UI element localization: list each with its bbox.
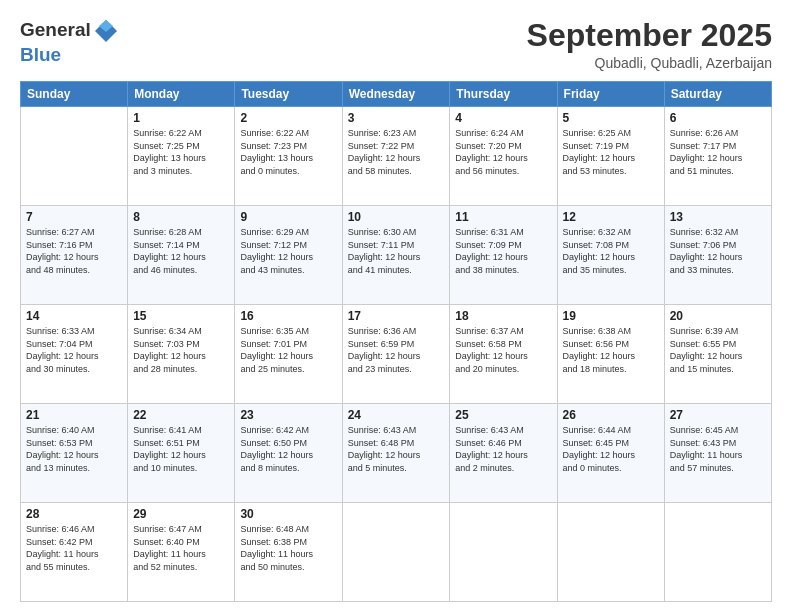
col-monday: Monday xyxy=(128,82,235,107)
col-wednesday: Wednesday xyxy=(342,82,450,107)
logo-icon xyxy=(93,18,119,44)
day-info: Sunrise: 6:23 AM Sunset: 7:22 PM Dayligh… xyxy=(348,127,445,177)
table-row: 13Sunrise: 6:32 AM Sunset: 7:06 PM Dayli… xyxy=(664,206,771,305)
day-number: 18 xyxy=(455,309,551,323)
day-info: Sunrise: 6:47 AM Sunset: 6:40 PM Dayligh… xyxy=(133,523,229,573)
day-info: Sunrise: 6:32 AM Sunset: 7:08 PM Dayligh… xyxy=(563,226,659,276)
day-number: 1 xyxy=(133,111,229,125)
day-number: 27 xyxy=(670,408,766,422)
table-row: 30Sunrise: 6:48 AM Sunset: 6:38 PM Dayli… xyxy=(235,503,342,602)
day-info: Sunrise: 6:48 AM Sunset: 6:38 PM Dayligh… xyxy=(240,523,336,573)
day-info: Sunrise: 6:37 AM Sunset: 6:58 PM Dayligh… xyxy=(455,325,551,375)
day-number: 25 xyxy=(455,408,551,422)
calendar-header-row: Sunday Monday Tuesday Wednesday Thursday… xyxy=(21,82,772,107)
day-number: 30 xyxy=(240,507,336,521)
table-row: 18Sunrise: 6:37 AM Sunset: 6:58 PM Dayli… xyxy=(450,305,557,404)
table-row: 10Sunrise: 6:30 AM Sunset: 7:11 PM Dayli… xyxy=(342,206,450,305)
col-friday: Friday xyxy=(557,82,664,107)
day-info: Sunrise: 6:32 AM Sunset: 7:06 PM Dayligh… xyxy=(670,226,766,276)
calendar-week-row: 7Sunrise: 6:27 AM Sunset: 7:16 PM Daylig… xyxy=(21,206,772,305)
table-row: 21Sunrise: 6:40 AM Sunset: 6:53 PM Dayli… xyxy=(21,404,128,503)
table-row: 20Sunrise: 6:39 AM Sunset: 6:55 PM Dayli… xyxy=(664,305,771,404)
table-row: 14Sunrise: 6:33 AM Sunset: 7:04 PM Dayli… xyxy=(21,305,128,404)
day-number: 19 xyxy=(563,309,659,323)
table-row: 7Sunrise: 6:27 AM Sunset: 7:16 PM Daylig… xyxy=(21,206,128,305)
table-row: 8Sunrise: 6:28 AM Sunset: 7:14 PM Daylig… xyxy=(128,206,235,305)
table-row xyxy=(664,503,771,602)
day-number: 14 xyxy=(26,309,122,323)
table-row: 9Sunrise: 6:29 AM Sunset: 7:12 PM Daylig… xyxy=(235,206,342,305)
day-number: 12 xyxy=(563,210,659,224)
table-row: 4Sunrise: 6:24 AM Sunset: 7:20 PM Daylig… xyxy=(450,107,557,206)
page-header: General Blue September 2025 Qubadli, Qub… xyxy=(20,18,772,71)
calendar-week-row: 1Sunrise: 6:22 AM Sunset: 7:25 PM Daylig… xyxy=(21,107,772,206)
table-row: 5Sunrise: 6:25 AM Sunset: 7:19 PM Daylig… xyxy=(557,107,664,206)
day-number: 5 xyxy=(563,111,659,125)
day-number: 11 xyxy=(455,210,551,224)
month-title: September 2025 xyxy=(527,18,772,53)
location-subtitle: Qubadli, Qubadli, Azerbaijan xyxy=(527,55,772,71)
table-row xyxy=(342,503,450,602)
day-info: Sunrise: 6:38 AM Sunset: 6:56 PM Dayligh… xyxy=(563,325,659,375)
day-info: Sunrise: 6:33 AM Sunset: 7:04 PM Dayligh… xyxy=(26,325,122,375)
day-number: 3 xyxy=(348,111,445,125)
day-number: 28 xyxy=(26,507,122,521)
day-info: Sunrise: 6:35 AM Sunset: 7:01 PM Dayligh… xyxy=(240,325,336,375)
day-info: Sunrise: 6:25 AM Sunset: 7:19 PM Dayligh… xyxy=(563,127,659,177)
calendar-week-row: 21Sunrise: 6:40 AM Sunset: 6:53 PM Dayli… xyxy=(21,404,772,503)
day-info: Sunrise: 6:24 AM Sunset: 7:20 PM Dayligh… xyxy=(455,127,551,177)
day-info: Sunrise: 6:26 AM Sunset: 7:17 PM Dayligh… xyxy=(670,127,766,177)
day-number: 7 xyxy=(26,210,122,224)
day-number: 24 xyxy=(348,408,445,422)
table-row: 17Sunrise: 6:36 AM Sunset: 6:59 PM Dayli… xyxy=(342,305,450,404)
day-number: 21 xyxy=(26,408,122,422)
col-thursday: Thursday xyxy=(450,82,557,107)
day-info: Sunrise: 6:45 AM Sunset: 6:43 PM Dayligh… xyxy=(670,424,766,474)
table-row: 11Sunrise: 6:31 AM Sunset: 7:09 PM Dayli… xyxy=(450,206,557,305)
calendar-table: Sunday Monday Tuesday Wednesday Thursday… xyxy=(20,81,772,602)
day-number: 20 xyxy=(670,309,766,323)
day-number: 16 xyxy=(240,309,336,323)
day-number: 13 xyxy=(670,210,766,224)
day-number: 8 xyxy=(133,210,229,224)
day-info: Sunrise: 6:41 AM Sunset: 6:51 PM Dayligh… xyxy=(133,424,229,474)
table-row: 25Sunrise: 6:43 AM Sunset: 6:46 PM Dayli… xyxy=(450,404,557,503)
table-row: 29Sunrise: 6:47 AM Sunset: 6:40 PM Dayli… xyxy=(128,503,235,602)
day-info: Sunrise: 6:30 AM Sunset: 7:11 PM Dayligh… xyxy=(348,226,445,276)
day-info: Sunrise: 6:31 AM Sunset: 7:09 PM Dayligh… xyxy=(455,226,551,276)
day-number: 22 xyxy=(133,408,229,422)
table-row: 22Sunrise: 6:41 AM Sunset: 6:51 PM Dayli… xyxy=(128,404,235,503)
logo-blue: Blue xyxy=(20,44,119,66)
table-row: 28Sunrise: 6:46 AM Sunset: 6:42 PM Dayli… xyxy=(21,503,128,602)
day-info: Sunrise: 6:44 AM Sunset: 6:45 PM Dayligh… xyxy=(563,424,659,474)
day-number: 2 xyxy=(240,111,336,125)
day-info: Sunrise: 6:42 AM Sunset: 6:50 PM Dayligh… xyxy=(240,424,336,474)
day-info: Sunrise: 6:28 AM Sunset: 7:14 PM Dayligh… xyxy=(133,226,229,276)
day-info: Sunrise: 6:36 AM Sunset: 6:59 PM Dayligh… xyxy=(348,325,445,375)
day-info: Sunrise: 6:39 AM Sunset: 6:55 PM Dayligh… xyxy=(670,325,766,375)
logo-text: General xyxy=(20,18,119,44)
table-row: 12Sunrise: 6:32 AM Sunset: 7:08 PM Dayli… xyxy=(557,206,664,305)
table-row: 15Sunrise: 6:34 AM Sunset: 7:03 PM Dayli… xyxy=(128,305,235,404)
day-info: Sunrise: 6:40 AM Sunset: 6:53 PM Dayligh… xyxy=(26,424,122,474)
day-info: Sunrise: 6:27 AM Sunset: 7:16 PM Dayligh… xyxy=(26,226,122,276)
calendar-week-row: 28Sunrise: 6:46 AM Sunset: 6:42 PM Dayli… xyxy=(21,503,772,602)
day-info: Sunrise: 6:29 AM Sunset: 7:12 PM Dayligh… xyxy=(240,226,336,276)
table-row xyxy=(450,503,557,602)
table-row xyxy=(557,503,664,602)
day-number: 9 xyxy=(240,210,336,224)
table-row xyxy=(21,107,128,206)
table-row: 2Sunrise: 6:22 AM Sunset: 7:23 PM Daylig… xyxy=(235,107,342,206)
table-row: 19Sunrise: 6:38 AM Sunset: 6:56 PM Dayli… xyxy=(557,305,664,404)
col-sunday: Sunday xyxy=(21,82,128,107)
table-row: 1Sunrise: 6:22 AM Sunset: 7:25 PM Daylig… xyxy=(128,107,235,206)
day-number: 29 xyxy=(133,507,229,521)
col-tuesday: Tuesday xyxy=(235,82,342,107)
day-info: Sunrise: 6:43 AM Sunset: 6:46 PM Dayligh… xyxy=(455,424,551,474)
day-number: 17 xyxy=(348,309,445,323)
calendar-week-row: 14Sunrise: 6:33 AM Sunset: 7:04 PM Dayli… xyxy=(21,305,772,404)
day-info: Sunrise: 6:34 AM Sunset: 7:03 PM Dayligh… xyxy=(133,325,229,375)
table-row: 16Sunrise: 6:35 AM Sunset: 7:01 PM Dayli… xyxy=(235,305,342,404)
day-number: 15 xyxy=(133,309,229,323)
table-row: 24Sunrise: 6:43 AM Sunset: 6:48 PM Dayli… xyxy=(342,404,450,503)
